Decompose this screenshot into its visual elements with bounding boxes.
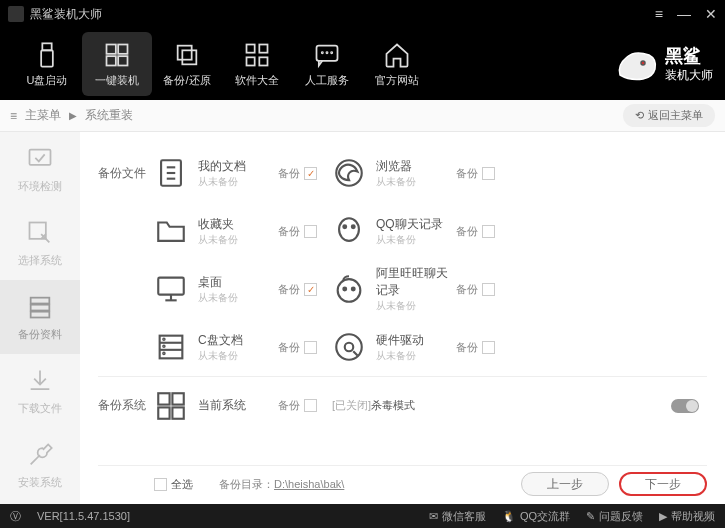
sidebar-item-label: 安装系统 [18,475,62,490]
kill-mode-toggle[interactable] [671,399,699,413]
back-button[interactable]: ⟲返回主菜单 [623,104,715,127]
item-title: 收藏夹 [198,216,278,233]
chevron-right-icon: ▶ [69,110,77,121]
item-title: C盘文档 [198,332,278,349]
backup-dir-link[interactable]: D:\heisha\bak\ [274,478,344,490]
svg-rect-46 [172,393,183,404]
status-help[interactable]: ▶帮助视频 [659,509,715,524]
svg-point-16 [641,61,645,65]
sidebar-item-download[interactable]: 下载文件 [0,354,80,428]
svg-point-33 [338,279,361,302]
usb-icon [33,41,61,69]
nav-website[interactable]: 官方网站 [362,32,432,96]
nav-backup[interactable]: 备份/还原 [152,32,222,96]
svg-rect-3 [118,44,127,53]
sidebar-item-select[interactable]: 选择系统 [0,206,80,280]
item-title: QQ聊天记录 [376,216,456,233]
sidebar-item-label: 备份资料 [18,327,62,342]
kill-mode-label: 杀毒模式 [371,398,415,413]
breadcrumb-main[interactable]: 主菜单 [25,107,61,124]
svg-point-43 [345,343,354,352]
sidebar-item-label: 下载文件 [18,401,62,416]
item-sub: 从未备份 [198,175,278,189]
status-wechat[interactable]: ✉微信客服 [429,509,486,524]
nav-label: 人工服务 [305,73,349,88]
svg-point-15 [331,52,332,53]
qq-icon [332,214,366,248]
svg-point-39 [163,339,164,340]
wangwang-icon [332,272,366,306]
nav-label: U盘启动 [27,73,68,88]
svg-point-42 [336,334,362,360]
backup-checkbox[interactable]: 备份✓ [278,282,332,297]
nav-install[interactable]: 一键装机 [82,32,152,96]
nav-label: 备份/还原 [163,73,210,88]
breadcrumb-current: 系统重装 [85,107,133,124]
svg-point-35 [352,288,355,291]
backup-row: 备份系统 当前系统 备份 [已关闭] 杀毒模式 [98,376,707,434]
monitor-check-icon [26,145,54,173]
svg-line-44 [353,351,357,355]
item-title: 当前系统 [198,397,278,414]
windows-grid-icon [154,389,188,423]
select-all-checkbox[interactable]: 全选 [154,477,193,492]
nav-label: 软件大全 [235,73,279,88]
item-sub: 从未备份 [198,291,278,305]
svg-rect-4 [107,56,116,65]
nav-label: 一键装机 [95,73,139,88]
breadcrumb: ≡ 主菜单 ▶ 系统重装 ⟲返回主菜单 [0,100,725,132]
copy-icon [173,41,201,69]
backup-checkbox[interactable]: 备份 [278,224,332,239]
version-icon: Ⓥ [10,509,21,524]
svg-rect-30 [158,278,184,295]
cursor-icon [26,219,54,247]
sidebar-item-label: 环境检测 [18,179,62,194]
svg-point-41 [163,353,164,354]
item-sub: 从未备份 [198,349,278,363]
svg-rect-48 [172,407,183,418]
svg-point-34 [343,288,346,291]
item-sub: 从未备份 [376,349,456,363]
prev-button[interactable]: 上一步 [521,472,609,496]
chat-icon [313,41,341,69]
backup-checkbox[interactable]: 备份 [456,224,510,239]
brand-text: 黑鲨 装机大师 [665,45,713,84]
sidebar-item-label: 选择系统 [18,253,62,268]
sidebar-item-env[interactable]: 环境检测 [0,132,80,206]
item-sub: 从未备份 [376,233,456,247]
nav-service[interactable]: 人工服务 [292,32,362,96]
backup-row: 收藏夹从未备份 备份 QQ聊天记录从未备份 备份 [98,202,707,260]
svg-rect-17 [30,149,51,164]
backup-row: 备份文件 我的文档从未备份 备份✓ 浏览器从未备份 备份 [98,144,707,202]
svg-point-13 [322,52,323,53]
item-sub: 从未备份 [198,233,278,247]
feedback-icon: ✎ [586,510,595,523]
backup-checkbox[interactable]: 备份 [456,282,510,297]
status-qq[interactable]: 🐧QQ交流群 [502,509,570,524]
next-button[interactable]: 下一步 [619,472,707,496]
windows-icon [103,41,131,69]
backup-checkbox[interactable]: 备份 [278,398,332,413]
home-icon [383,41,411,69]
svg-rect-19 [31,297,50,303]
nav-usb[interactable]: U盘启动 [12,32,82,96]
window-title: 黑鲨装机大师 [30,6,655,23]
sidebar-item-install[interactable]: 安装系统 [0,428,80,502]
section-files-label: 备份文件 [98,165,154,182]
backup-row: C盘文档从未备份 备份 硬件驱动从未备份 备份 [98,318,707,376]
backup-checkbox[interactable]: 备份 [278,340,332,355]
close-icon[interactable]: ✕ [705,6,717,22]
backup-checkbox[interactable]: 备份 [456,166,510,181]
svg-rect-11 [259,57,267,65]
backup-dir: 备份目录：D:\heisha\bak\ [219,477,344,492]
status-feedback[interactable]: ✎问题反馈 [586,509,643,524]
svg-rect-47 [158,407,169,418]
backup-checkbox[interactable]: 备份✓ [278,166,332,181]
help-icon: ▶ [659,510,667,523]
sidebar-item-backup[interactable]: 备份资料 [0,280,80,354]
menu-icon[interactable]: ≡ [655,6,663,22]
minimize-icon[interactable]: — [677,6,691,22]
nav-label: 官方网站 [375,73,419,88]
backup-checkbox[interactable]: 备份 [456,340,510,355]
nav-software[interactable]: 软件大全 [222,32,292,96]
